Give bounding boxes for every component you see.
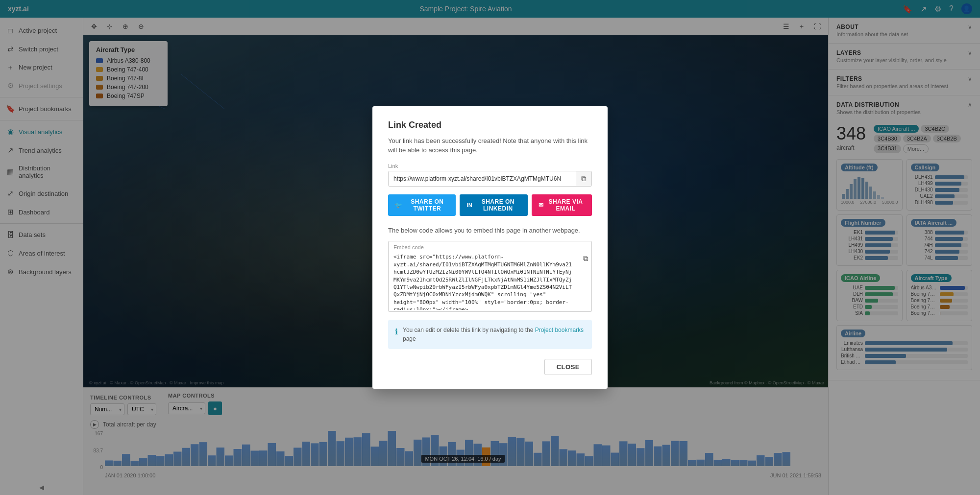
info-text: You can edit or delete this link by navi… [403,326,585,343]
close-button[interactable]: CLOSE [544,359,592,375]
link-label: Link [388,163,592,169]
share-buttons: 🐦 SHARE ON TWITTER in SHARE ON LINKEDIN … [388,194,592,216]
embed-note: The below code allows you to embed this … [388,226,592,236]
linkedin-label: SHARE ON LINKEDIN [475,198,520,212]
share-email-button[interactable]: ✉ SHARE VIA EMAIL [532,194,592,216]
info-box: ℹ You can edit or delete this link by na… [388,320,592,349]
modal-footer: CLOSE [388,359,592,375]
modal-link-row: ⧉ [388,171,592,187]
info-text-before: You can edit or delete this link by navi… [403,327,535,333]
info-text-after: page [403,335,416,342]
modal-overlay[interactable]: Link Created Your link has been successf… [0,0,980,495]
copy-embed-button[interactable]: ⧉ [583,254,588,263]
share-twitter-button[interactable]: 🐦 SHARE ON TWITTER [388,194,456,216]
info-icon: ℹ [395,326,398,338]
embed-section: Embed code <iframe src="https://www.plat… [388,241,592,312]
modal-link-section: Link ⧉ [388,163,592,187]
project-bookmarks-link[interactable]: Project bookmarks [535,327,584,333]
share-linkedin-button[interactable]: in SHARE ON LINKEDIN [460,194,527,216]
copy-link-button[interactable]: ⧉ [576,171,591,186]
link-input[interactable] [389,171,576,186]
twitter-label: SHARE ON TWITTER [406,198,449,212]
embed-textarea[interactable]: <iframe src="https://www.platform-xyzt.a… [389,250,591,310]
embed-label: Embed code [389,241,591,250]
email-icon: ✉ [539,202,544,209]
linkedin-icon: in [466,202,472,208]
modal-title: Link Created [388,120,592,130]
modal-description: Your link has been successfully created!… [388,136,592,155]
email-label: SHARE VIA EMAIL [546,198,585,212]
twitter-icon: 🐦 [395,202,403,209]
modal-dialog: Link Created Your link has been successf… [372,106,608,389]
